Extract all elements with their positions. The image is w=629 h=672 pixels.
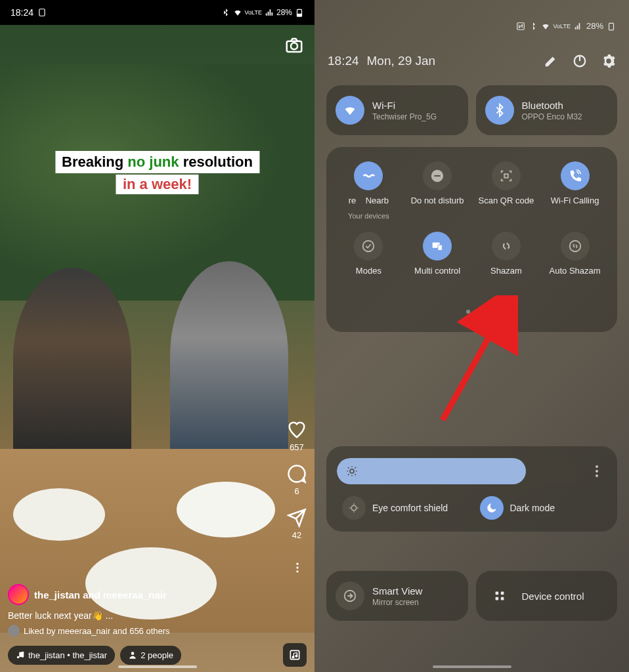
svg-point-6 [296, 563, 298, 565]
more-options-button[interactable] [291, 561, 304, 577]
comment-button[interactable]: 6 [287, 464, 307, 496]
svg-point-12 [295, 655, 297, 657]
brightness-slider[interactable] [337, 458, 579, 484]
svg-rect-28 [495, 592, 498, 595]
story-user-row[interactable]: the_jistan and meeeraa_nair [8, 584, 307, 605]
nav-bar[interactable] [433, 665, 511, 668]
story-background [0, 25, 314, 672]
svg-rect-14 [609, 23, 614, 30]
svg-rect-31 [500, 597, 504, 600]
svg-rect-2 [297, 14, 302, 16]
svg-rect-19 [504, 174, 508, 178]
nfc-icon [516, 22, 525, 31]
music-icon [16, 650, 25, 660]
smartview-tile[interactable]: Smart View Mirror screen [326, 571, 468, 621]
qs-time: 18:24 [328, 54, 359, 68]
qr-icon [492, 161, 521, 190]
svg-point-25 [350, 469, 354, 473]
shazam-tile[interactable]: Shazam [473, 232, 539, 277]
dark-mode-toggle[interactable]: Dark mode [480, 496, 602, 520]
save-music-icon [288, 648, 301, 662]
bluetooth-icon [485, 96, 514, 125]
signal-icon [574, 22, 583, 31]
shazam-icon [492, 232, 521, 261]
share-button[interactable]: 42 [287, 508, 307, 540]
svg-point-9 [131, 652, 135, 655]
svg-rect-18 [435, 175, 441, 177]
liked-by-row[interactable]: Liked by meeeraa_nair and 656 others [8, 625, 307, 637]
nearby-tile[interactable]: re Nearb Your devices [336, 161, 401, 220]
nearby-icon [354, 161, 383, 190]
bluetooth-tile[interactable]: Bluetooth OPPO Enco M32 [476, 85, 618, 135]
autoshazam-icon [561, 232, 590, 261]
svg-point-11 [292, 656, 294, 658]
svg-point-7 [296, 566, 298, 568]
eye-comfort-toggle[interactable]: Eye comfort shield [342, 496, 464, 520]
story-caption[interactable]: Better luck next year👋 ... [8, 610, 307, 621]
music-pill[interactable]: the_jistan • the_jistar [8, 646, 115, 665]
modes-tile[interactable]: Modes [336, 232, 401, 277]
battery-percent: 28% [586, 21, 603, 31]
battery-icon [607, 22, 616, 31]
wifi-icon [233, 8, 242, 17]
smartview-icon [336, 581, 364, 610]
battery-percent: 28% [276, 8, 292, 17]
comment-icon [287, 464, 307, 484]
modes-icon [354, 232, 383, 261]
brightness-panel: Eye comfort shield Dark mode [326, 446, 617, 532]
svg-point-26 [351, 505, 357, 511]
people-pill[interactable]: 2 people [120, 646, 181, 665]
bluetooth-icon [529, 22, 538, 31]
settings-button[interactable] [601, 54, 616, 68]
signal-icon [265, 8, 274, 17]
save-audio-button[interactable] [283, 643, 307, 667]
svg-point-8 [296, 570, 298, 572]
person-icon [128, 650, 137, 660]
autoshazam-tile[interactable]: Auto Shazam [542, 232, 608, 277]
edit-button[interactable] [544, 54, 558, 68]
camera-button[interactable] [284, 35, 304, 58]
svg-rect-10 [290, 650, 299, 659]
svg-rect-22 [438, 245, 442, 250]
sun-icon [346, 465, 358, 477]
status-time: 18:24 [11, 7, 33, 18]
multicontrol-tile[interactable]: Multi control [404, 232, 470, 277]
wificall-icon [561, 161, 590, 190]
battery-icon [295, 8, 304, 17]
bluetooth-icon [221, 8, 230, 17]
device-control-tile[interactable]: Device control [476, 571, 618, 621]
brightness-more-button[interactable] [587, 465, 607, 477]
svg-point-20 [363, 241, 374, 252]
wifi-icon [541, 22, 550, 31]
svg-line-24 [443, 308, 505, 420]
small-avatar [8, 625, 20, 637]
dnd-tile[interactable]: Do not disturb [404, 161, 470, 220]
wifi-tile[interactable]: Wi-Fi Techwiser Pro_5G [326, 85, 468, 135]
story-footer: the_jistan and meeeraa_nair Better luck … [0, 584, 314, 672]
status-bar: VoLTE 28% [516, 21, 616, 31]
more-vertical-icon [291, 561, 304, 574]
qs-header: 18:24 Mon, 29 Jan [328, 54, 616, 68]
like-button[interactable]: 657 [287, 420, 307, 452]
nav-bar[interactable] [118, 665, 197, 668]
multicontrol-icon [423, 232, 452, 261]
quick-settings-panel: VoLTE 28% 18:24 Mon, 29 Jan Wi-Fi Techwi… [314, 0, 629, 672]
qs-date: Mon, 29 Jan [367, 54, 536, 68]
wifi-icon [336, 96, 364, 125]
annotation-arrow [433, 295, 518, 427]
dnd-icon [423, 161, 452, 190]
story-overlay-text: Breaking no junk resolution in a week! [16, 151, 299, 194]
share-icon [287, 508, 307, 528]
svg-rect-0 [39, 9, 45, 16]
network-label: VoLTE [245, 9, 262, 16]
wificall-tile[interactable]: Wi-Fi Calling [542, 161, 608, 220]
qr-tile[interactable]: Scan QR code [473, 161, 539, 220]
story-actions: 657 6 42 [287, 420, 307, 540]
svg-point-5 [289, 466, 305, 482]
power-button[interactable] [573, 54, 587, 68]
svg-rect-30 [495, 597, 498, 600]
status-bar: 18:24 VoLTE 28% [0, 0, 314, 25]
heart-icon [287, 420, 307, 440]
device-control-icon [485, 581, 514, 610]
avatar [8, 584, 29, 605]
